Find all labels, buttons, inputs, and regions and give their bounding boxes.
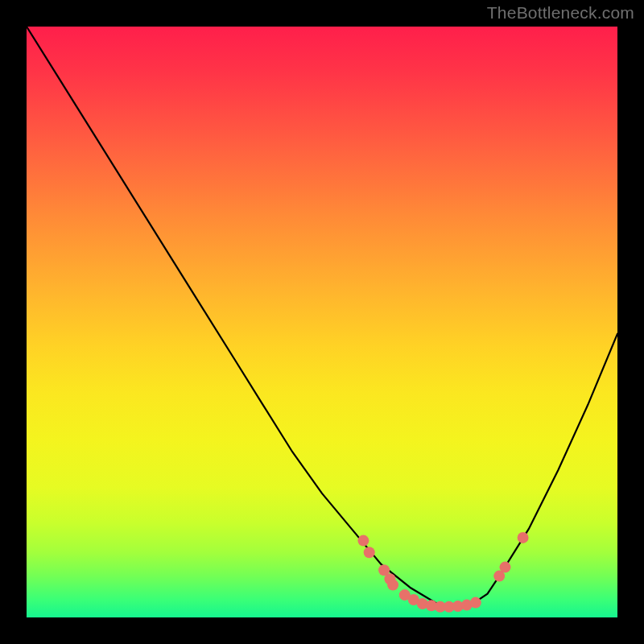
data-point <box>357 535 369 547</box>
data-point <box>500 562 511 573</box>
data-point <box>364 547 375 558</box>
data-point <box>470 597 481 609</box>
watermark-label: TheBottleneck.com <box>487 3 634 23</box>
plot-svg <box>27 27 617 617</box>
data-point <box>518 532 529 543</box>
data-point <box>387 580 398 591</box>
plot-area <box>27 27 617 617</box>
chart-frame: TheBottleneck.com <box>0 0 644 644</box>
data-points <box>357 532 528 613</box>
bottleneck-curve <box>27 27 617 607</box>
